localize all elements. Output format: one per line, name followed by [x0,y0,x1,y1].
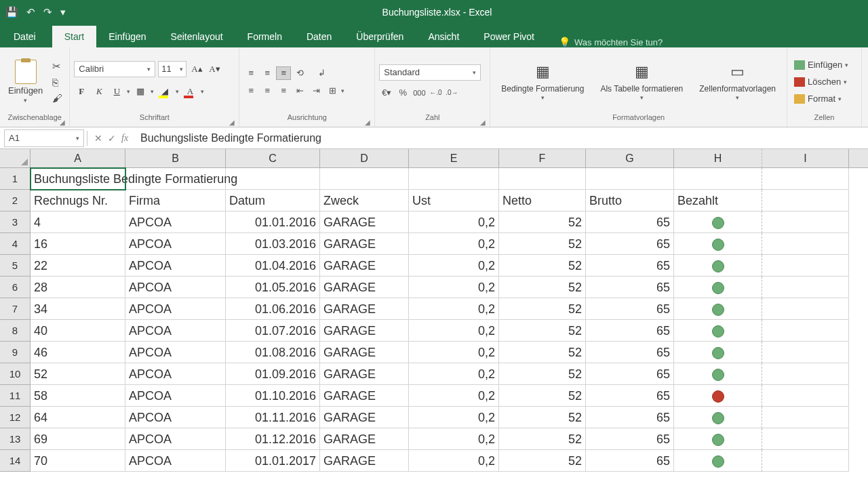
cell[interactable]: 65 [586,342,674,363]
format-painter-icon[interactable]: 🖌 [52,92,62,104]
cut-icon[interactable]: ✂ [52,60,62,73]
cell[interactable] [409,168,499,190]
cell[interactable] [762,168,849,190]
cell[interactable]: APCOA [125,277,226,298]
italic-button[interactable]: K [92,84,106,99]
cell[interactable]: 65 [586,255,674,277]
row-header[interactable]: 1 [0,168,31,190]
cell[interactable]: GARAGE [320,428,409,450]
cell[interactable]: APCOA [125,342,226,363]
cell[interactable]: 0,2 [409,277,499,298]
cell[interactable] [674,211,762,233]
increase-decimal-button[interactable]: ←.0 [428,86,443,100]
tab-view[interactable]: Ansicht [416,26,471,47]
cancel-icon[interactable]: ✕ [94,133,102,144]
chevron-down-icon[interactable]: ▾ [127,88,130,95]
fx-icon[interactable]: fx [121,133,128,144]
accounting-format-button[interactable]: €▾ [379,86,394,100]
cell[interactable]: 52 [499,342,586,363]
cell[interactable]: APCOA [125,211,226,233]
cell[interactable] [762,298,849,320]
cell[interactable]: GARAGE [320,298,409,320]
cell[interactable] [762,277,849,298]
cell[interactable]: 65 [586,277,674,298]
dialog-launcher-icon[interactable]: ◢ [480,119,486,126]
cell[interactable] [762,342,849,363]
col-header[interactable]: B [125,149,226,167]
cell[interactable]: 01.04.2016 [226,255,320,277]
cell[interactable]: GARAGE [320,320,409,342]
format-cells-button[interactable]: Format ▾ [791,92,844,106]
cell[interactable]: 0,2 [409,385,499,407]
cell[interactable]: Datum [226,190,320,211]
cell[interactable]: 01.03.2016 [226,233,320,255]
cell[interactable] [320,168,409,190]
cell[interactable]: APCOA [125,450,226,472]
cell[interactable]: 65 [586,298,674,320]
cell[interactable]: APCOA [125,363,226,385]
cell[interactable]: 65 [586,407,674,428]
cell[interactable]: 46 [31,342,125,363]
cell[interactable]: GARAGE [320,211,409,233]
cell[interactable]: 0,2 [409,407,499,428]
cell[interactable]: 01.01.2016 [226,211,320,233]
formula-input[interactable]: Buchungsliste Bedingte Formatierung [135,131,868,146]
cell[interactable]: 01.08.2016 [226,342,320,363]
cell[interactable]: GARAGE [320,233,409,255]
paste-button[interactable]: Einfügen ▾ [4,58,47,105]
cell[interactable]: 0,2 [409,320,499,342]
align-center-button[interactable]: ≡ [260,84,275,98]
cell[interactable]: 22 [31,255,125,277]
cell[interactable]: Bezahlt [674,190,762,211]
cell[interactable]: 52 [499,450,586,472]
cell[interactable]: GARAGE [320,407,409,428]
wrap-text-button[interactable]: ↲ [314,66,329,80]
tab-insert[interactable]: Einfügen [96,26,158,47]
cell[interactable] [499,168,586,190]
cell[interactable] [674,428,762,450]
delete-cells-button[interactable]: Löschen ▾ [791,75,850,89]
cell[interactable]: APCOA [125,385,226,407]
cell[interactable] [674,168,762,190]
cell[interactable]: APCOA [125,407,226,428]
cell[interactable]: 01.11.2016 [226,407,320,428]
col-header[interactable]: A [31,149,125,167]
cell[interactable]: Zweck [320,190,409,211]
comma-format-button[interactable]: 000 [412,86,427,100]
chevron-down-icon[interactable]: ▾ [176,88,179,95]
align-left-button[interactable]: ≡ [243,84,258,98]
cell[interactable]: 01.12.2016 [226,428,320,450]
cell[interactable] [674,233,762,255]
cell[interactable]: 01.09.2016 [226,363,320,385]
underline-button[interactable]: U [109,84,124,99]
cell[interactable] [762,450,849,472]
cell[interactable]: 69 [31,428,125,450]
cell[interactable]: 52 [499,385,586,407]
row-header[interactable]: 4 [0,233,31,255]
row-header[interactable]: 11 [0,385,31,407]
cell[interactable]: 70 [31,450,125,472]
merge-center-button[interactable]: ⊞ [325,84,340,98]
increase-indent-button[interactable]: ⇥ [309,84,323,98]
font-name-combo[interactable]: Calibri▾ [74,61,155,77]
cell[interactable]: 52 [499,320,586,342]
number-format-combo[interactable]: Standard▾ [379,64,481,81]
cell[interactable]: GARAGE [320,450,409,472]
col-header[interactable]: H [674,149,762,167]
cell[interactable] [674,298,762,320]
cell[interactable]: 58 [31,385,125,407]
cell[interactable]: 0,2 [409,450,499,472]
tab-file[interactable]: Datei [7,26,52,47]
cell[interactable]: 52 [499,211,586,233]
cell[interactable] [762,233,849,255]
borders-button[interactable]: ▦ [133,84,148,99]
row-header[interactable]: 2 [0,190,31,211]
cell[interactable]: GARAGE [320,255,409,277]
cell[interactable] [674,407,762,428]
cell[interactable]: GARAGE [320,342,409,363]
col-header[interactable]: I [762,149,849,167]
cell[interactable]: 01.10.2016 [226,385,320,407]
row-header[interactable]: 3 [0,211,31,233]
col-header[interactable]: D [320,149,409,167]
cell[interactable] [762,255,849,277]
